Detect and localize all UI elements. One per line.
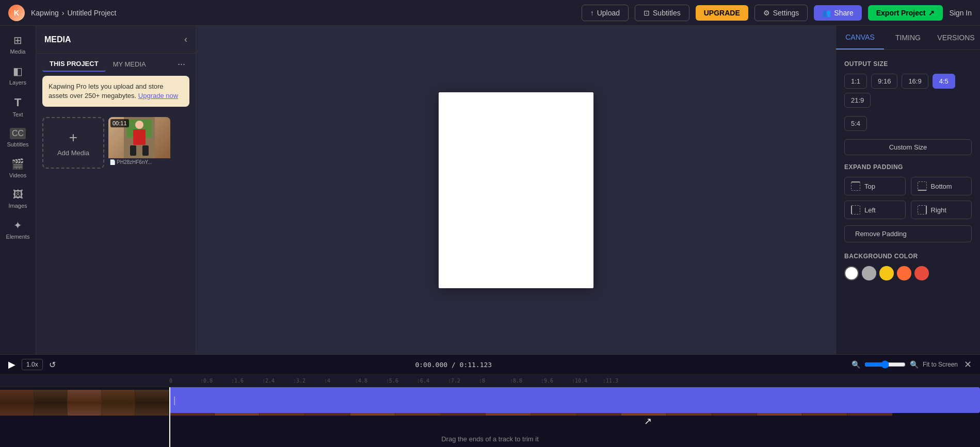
ruler-mark-2: :1.6 [231, 378, 262, 384]
color-swatch-red[interactable] [914, 266, 929, 280]
ruler-mark-1: :0.8 [200, 378, 231, 384]
collapse-panel-button[interactable]: ‹ [184, 34, 187, 45]
padding-bottom-button[interactable]: Bottom [911, 177, 972, 195]
add-media-button[interactable]: + Add Media [42, 117, 104, 169]
close-timeline-button[interactable]: ✕ [964, 359, 972, 370]
share-button[interactable]: 👥 Share [814, 5, 861, 21]
padding-section: EXPAND PADDING Top Bottom Left [844, 163, 972, 242]
ruler-mark-11: :8.8 [510, 378, 541, 384]
remove-padding-label: Remove Padding [855, 230, 907, 238]
bg-color-section: BACKGROUND COLOR [844, 253, 972, 280]
custom-size-button[interactable]: Custom Size [844, 139, 972, 155]
media-more-button[interactable]: ··· [173, 59, 189, 70]
ruler-mark-0: 0 [169, 378, 200, 384]
size-btn-21-9[interactable]: 21:9 [844, 93, 871, 108]
padding-top-label: Top [864, 183, 875, 190]
speed-button[interactable]: 1.0x [22, 359, 43, 370]
subtitles-button[interactable]: ⊡ Subtitles [635, 5, 689, 21]
color-swatch-gray[interactable] [862, 266, 876, 280]
sidebar-item-videos[interactable]: 🎬 Videos [2, 154, 35, 183]
sidebar-item-layers[interactable]: ◧ Layers [2, 61, 35, 90]
track-area: | ↗ [169, 387, 980, 447]
add-icon: + [69, 129, 77, 146]
undo-button[interactable]: ↺ [49, 360, 56, 370]
add-media-label: Add Media [57, 149, 89, 157]
timeline-playhead[interactable] [169, 387, 170, 447]
output-size-label: OUTPUT SIZE [844, 60, 972, 68]
thumb-name: 📄 PH28zHF6nY... [108, 158, 170, 166]
color-swatches [844, 266, 972, 280]
ruler-mark-8: :6.4 [417, 378, 448, 384]
padding-right-button[interactable]: Right [911, 201, 972, 219]
elements-icon: ✦ [13, 219, 22, 231]
signin-button[interactable]: Sign In [949, 9, 972, 17]
timeline-track-bar[interactable]: | [169, 387, 980, 413]
tab-my-media[interactable]: MY MEDIA [106, 57, 153, 71]
sidebar-item-images[interactable]: 🖼 Images [2, 185, 35, 213]
ruler-mark-3: :2.4 [262, 378, 293, 384]
subtitles-icon: CC [10, 128, 26, 139]
sidebar-item-label: Videos [9, 172, 26, 178]
color-swatch-white[interactable] [844, 266, 859, 280]
zoom-in-icon[interactable]: 🔍 [910, 360, 919, 369]
ruler-mark-12: :9.6 [541, 378, 572, 384]
images-icon: 🖼 [13, 189, 23, 201]
ruler-mark-6: :4.8 [355, 378, 386, 384]
size-btn-1-1[interactable]: 1:1 [844, 74, 867, 89]
fit-to-screen-button[interactable]: Fit to Screen [923, 361, 958, 368]
drag-hint: Drag the ends of a track to trim it [441, 435, 539, 443]
tab-timing[interactable]: TIMING [884, 26, 932, 49]
size-btn-5-4[interactable]: 5:4 [844, 116, 867, 131]
svg-rect-3 [133, 129, 146, 145]
media-thumbnail[interactable]: 00:11 📄 PH28zHF6nY... [108, 117, 170, 169]
ruler-mark-13: :10.4 [572, 378, 603, 384]
left-sidebar: ⊞ Media ◧ Layers T Text CC Subtitles 🎬 V… [0, 26, 36, 354]
color-swatch-yellow[interactable] [879, 266, 894, 280]
timeline: ▶ 1.0x ↺ 0:00.000 / 0:11.123 🔍 🔍 Fit to … [0, 354, 980, 447]
padding-left-button[interactable]: Left [844, 201, 906, 219]
videos-icon: 🎬 [11, 158, 24, 170]
size-btn-4-5[interactable]: 4:5 [933, 74, 955, 89]
ruler-mark-7: :5.6 [386, 378, 417, 384]
tab-versions[interactable]: VERSIONS [932, 26, 980, 49]
ruler-mark-5: :4 [324, 378, 355, 384]
zoom-out-icon[interactable]: 🔍 [852, 360, 860, 369]
size-row2: 5:4 [844, 116, 972, 131]
layers-icon: ◧ [13, 65, 23, 77]
zoom-slider[interactable] [864, 360, 906, 369]
size-btn-9-16[interactable]: 9:16 [871, 74, 897, 89]
sidebar-item-text[interactable]: T Text [2, 92, 35, 122]
timeline-time: 0:00.000 / 0:11.123 [415, 361, 492, 369]
sidebar-item-elements[interactable]: ✦ Elements [2, 215, 35, 244]
svg-point-2 [135, 121, 143, 129]
remove-padding-button[interactable]: Remove Padding [844, 225, 972, 242]
upload-button[interactable]: ↑ Upload [582, 5, 629, 21]
pad-bottom-icon [918, 181, 927, 191]
upgrade-button[interactable]: UPGRADE [696, 5, 748, 21]
media-icon: ⊞ [13, 34, 22, 46]
svg-rect-4 [130, 145, 136, 156]
track-cursor-line: | [173, 395, 176, 406]
export-button[interactable]: Export Project ↗ [868, 5, 943, 21]
ruler-mark-9: :7.2 [448, 378, 479, 384]
tab-canvas[interactable]: CANVAS [836, 26, 884, 49]
color-swatch-orange[interactable] [897, 266, 911, 280]
play-button[interactable]: ▶ [8, 359, 15, 370]
upgrade-link[interactable]: Upgrade now [138, 92, 178, 100]
brand-link[interactable]: Kapwing [31, 9, 59, 17]
breadcrumb-sep: › [62, 9, 65, 17]
media-grid: + Add Media 00:11 [36, 111, 196, 175]
sidebar-item-media[interactable]: ⊞ Media [2, 30, 35, 59]
svg-rect-5 [142, 145, 149, 156]
tab-this-project[interactable]: THIS PROJECT [42, 57, 106, 72]
timeline-ruler: 0 :0.8 :1.6 :2.4 :3.2 :4 :4.8 :5.6 :6.4 … [0, 375, 980, 387]
track-labels [0, 387, 169, 447]
settings-button[interactable]: ⚙ Settings [754, 5, 808, 21]
main-area: ⊞ Media ◧ Layers T Text CC Subtitles 🎬 V… [0, 26, 980, 354]
timeline-controls: ▶ 1.0x ↺ 0:00.000 / 0:11.123 🔍 🔍 Fit to … [0, 355, 980, 375]
padding-top-button[interactable]: Top [844, 177, 906, 195]
size-btn-16-9[interactable]: 16:9 [902, 74, 928, 89]
app-logo[interactable]: K [8, 5, 25, 21]
sidebar-item-subtitles[interactable]: CC Subtitles [2, 124, 35, 152]
thumb-duration: 00:11 [110, 119, 129, 127]
